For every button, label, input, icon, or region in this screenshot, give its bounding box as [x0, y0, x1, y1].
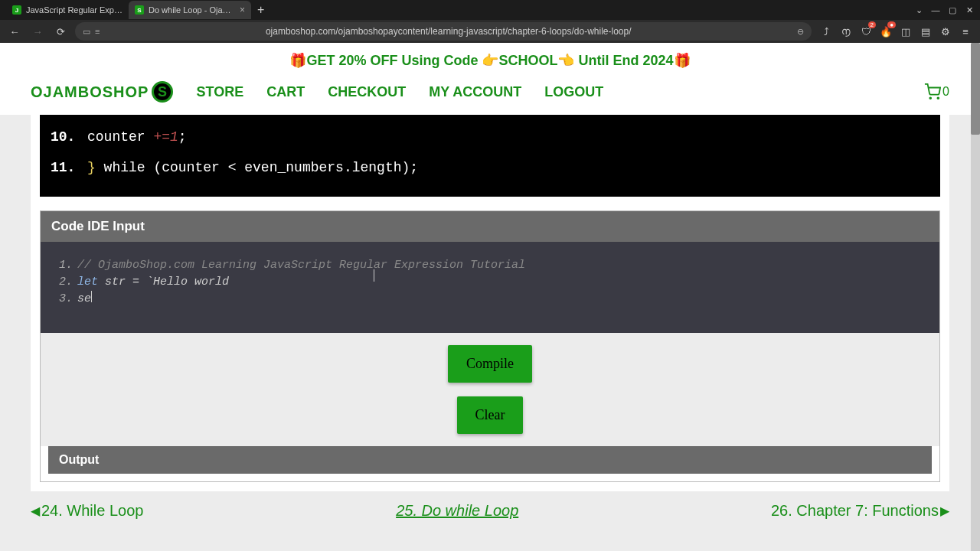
menu-icon[interactable]: ≡: [957, 23, 974, 40]
next-chapter-link[interactable]: 26. Chapter 7: Functions▶: [771, 502, 949, 520]
new-tab-button[interactable]: +: [257, 3, 264, 17]
nav-logout[interactable]: LOGOUT: [544, 84, 603, 100]
code-line-10: 10. counter +=1;: [51, 122, 929, 153]
prev-chapter-link[interactable]: ◀24. While Loop: [31, 502, 143, 520]
ide-editor[interactable]: 1.// OjamboShop.com Learning JavaScript …: [41, 242, 939, 333]
ide-button-area: Compile Clear: [41, 333, 939, 446]
favicon-icon: S: [135, 5, 144, 15]
zoom-icon[interactable]: ⊖: [797, 27, 804, 37]
code-line-11: 11. } while (counter < even_numbers.leng…: [51, 153, 929, 184]
nav-checkout[interactable]: CHECKOUT: [328, 84, 406, 100]
window-controls: ⌄ — ▢ ✕: [911, 3, 980, 17]
ide-line: 2.let str = `Hello world: [53, 274, 927, 291]
forward-button[interactable]: →: [29, 23, 46, 40]
site-nav: OJAMBOSHOP S STORE CART CHECKOUT MY ACCO…: [0, 78, 980, 115]
triangle-right-icon: ▶: [940, 504, 949, 518]
compile-button[interactable]: Compile: [448, 345, 532, 383]
sidebar-icon[interactable]: ◫: [897, 23, 914, 40]
line-number: 10.: [51, 122, 87, 153]
badge: ●: [887, 21, 896, 28]
cart-icon: [924, 83, 941, 100]
chapter-nav: ◀24. While Loop 25. Do while Loop 26. Ch…: [0, 491, 980, 520]
close-window-icon[interactable]: ✕: [962, 3, 977, 17]
share-icon[interactable]: ⤴: [818, 23, 835, 40]
brand-text: OJAMBOSHOP: [31, 83, 149, 101]
ide-line: 1.// OjamboShop.com Learning JavaScript …: [53, 257, 927, 274]
ide-section: Code IDE Input 1.// OjamboShop.com Learn…: [40, 210, 940, 482]
tab-title: JavaScript Regular Expression: [26, 5, 122, 15]
tab-title: Do while Loop - OjamboSha: [149, 5, 235, 15]
settings-icon[interactable]: ⚙: [937, 23, 954, 40]
scrollbar-track[interactable]: [971, 43, 980, 551]
cart-count: 0: [942, 85, 949, 99]
reader-icon[interactable]: ▤: [917, 23, 934, 40]
line-number: 11.: [51, 153, 87, 184]
text-cursor: [91, 291, 92, 302]
close-tab-icon[interactable]: ×: [240, 5, 245, 15]
code-example: 10. counter +=1; 11. } while (counter < …: [40, 115, 940, 197]
favicon-icon: J: [12, 5, 21, 15]
nav-cart[interactable]: CART: [266, 84, 305, 100]
content-card: 10. counter +=1; 11. } while (counter < …: [31, 115, 949, 491]
brand-icon: S: [152, 81, 173, 103]
shield-icon[interactable]: 🛡2: [858, 23, 874, 40]
minimize-icon[interactable]: —: [928, 3, 943, 17]
ide-input-header: Code IDE Input: [41, 211, 939, 242]
triangle-left-icon: ◀: [31, 504, 40, 518]
promo-banner: 🎁GET 20% OFF Using Code 👉SCHOOL👈 Until E…: [0, 43, 980, 78]
browser-tab-active[interactable]: S Do while Loop - OjamboSha ×: [129, 1, 251, 19]
browser-toolbar: ← → ⟳ ▭ ≡ ojamboshop.com/ojamboshopaycon…: [0, 20, 980, 43]
clear-button[interactable]: Clear: [457, 396, 524, 434]
browser-tab[interactable]: J JavaScript Regular Expression: [6, 1, 129, 19]
bookmark-icon[interactable]: ▭: [83, 27, 90, 37]
svg-point-1: [938, 97, 939, 99]
nav-my-account[interactable]: MY ACCOUNT: [429, 84, 521, 100]
url-text: ojamboshop.com/ojamboshopaycontent/learn…: [104, 26, 792, 37]
back-button[interactable]: ←: [6, 23, 23, 40]
svg-point-0: [929, 97, 931, 99]
mouse-cursor-icon: [374, 269, 374, 282]
site-info-icon[interactable]: ≡: [95, 27, 100, 36]
scrollbar-thumb[interactable]: [971, 43, 980, 135]
rss-icon[interactable]: ൱: [838, 23, 854, 40]
cart-button[interactable]: 0: [924, 83, 949, 100]
output-header: Output: [48, 446, 932, 474]
reload-button[interactable]: ⟳: [52, 23, 69, 40]
browser-tab-strip: J JavaScript Regular Expression S Do whi…: [0, 0, 980, 20]
extension-icon[interactable]: 🔥●: [877, 23, 894, 40]
current-chapter-link[interactable]: 25. Do while Loop: [396, 502, 518, 520]
nav-store[interactable]: STORE: [196, 84, 243, 100]
chevron-down-icon[interactable]: ⌄: [911, 3, 926, 17]
maximize-icon[interactable]: ▢: [945, 3, 960, 17]
badge: 2: [868, 21, 876, 28]
address-bar[interactable]: ▭ ≡ ojamboshop.com/ojamboshopaycontent/l…: [75, 22, 812, 41]
ide-line: 3.se: [53, 291, 927, 308]
brand-logo[interactable]: OJAMBOSHOP S: [31, 81, 173, 103]
